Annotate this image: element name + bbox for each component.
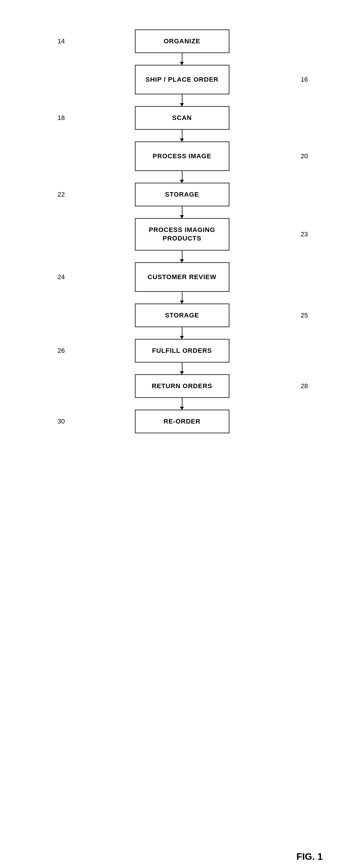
connector-3: [182, 130, 183, 142]
connector-10: [182, 398, 183, 410]
flow-step-14: 14 ORGANIZE: [0, 29, 364, 53]
step-label-14: 14: [58, 37, 65, 45]
box-wrapper-14: 14 ORGANIZE: [0, 29, 364, 53]
box-wrapper-24: 24 CUSTOMER REVIEW: [0, 262, 364, 292]
step-label-26: 26: [58, 347, 65, 354]
box-wrapper-28: RETURN ORDERS 28: [0, 374, 364, 398]
flow-box-26: FULFILL ORDERS: [135, 339, 229, 363]
step-label-25: 25: [301, 312, 308, 319]
step-label-23: 23: [301, 230, 308, 238]
step-label-18: 18: [58, 114, 65, 122]
box-wrapper-16: SHIP / PLACE ORDER 16: [0, 65, 364, 94]
step-label-30: 30: [58, 417, 65, 425]
box-wrapper-18: 18 SCAN: [0, 106, 364, 130]
flow-box-20: PROCESS IMAGE: [135, 142, 229, 171]
flow-step-22: 22 STORAGE: [0, 183, 364, 206]
step-label-24: 24: [58, 273, 65, 281]
connector-7: [182, 292, 183, 304]
connector-8: [182, 327, 183, 339]
box-wrapper-25: STORAGE 25: [0, 304, 364, 327]
connector-2: [182, 94, 183, 106]
box-wrapper-23: PROCESS IMAGING PRODUCTS 23: [0, 218, 364, 250]
box-wrapper-30: 30 RE-ORDER: [0, 410, 364, 433]
flow-box-22: STORAGE: [135, 183, 229, 206]
step-label-20: 20: [301, 152, 308, 160]
connector-5: [182, 206, 183, 218]
connector-9: [182, 363, 183, 374]
flow-step-24: 24 CUSTOMER REVIEW: [0, 262, 364, 292]
diagram-container: 14 ORGANIZE SHIP / PLACE ORDER 16 18 SCA…: [0, 12, 364, 868]
connector-4: [182, 171, 183, 183]
step-label-16: 16: [301, 76, 308, 84]
flow-wrapper: 14 ORGANIZE SHIP / PLACE ORDER 16 18 SCA…: [0, 29, 364, 433]
connector-1: [182, 53, 183, 65]
box-wrapper-26: 26 FULFILL ORDERS: [0, 339, 364, 363]
step-label-22: 22: [58, 191, 65, 198]
flow-step-16: SHIP / PLACE ORDER 16: [0, 65, 364, 94]
flow-step-20: PROCESS IMAGE 20: [0, 142, 364, 171]
flow-box-16: SHIP / PLACE ORDER: [135, 65, 229, 94]
flow-box-30: RE-ORDER: [135, 410, 229, 433]
connector-6: [182, 250, 183, 262]
flow-step-25: STORAGE 25: [0, 304, 364, 327]
step-label-28: 28: [301, 382, 308, 390]
figure-label: FIG. 1: [297, 851, 323, 862]
flow-box-18: SCAN: [135, 106, 229, 130]
box-wrapper-20: PROCESS IMAGE 20: [0, 142, 364, 171]
flow-box-14: ORGANIZE: [135, 29, 229, 53]
flow-box-25: STORAGE: [135, 304, 229, 327]
flow-step-26: 26 FULFILL ORDERS: [0, 339, 364, 363]
flow-step-23: PROCESS IMAGING PRODUCTS 23: [0, 218, 364, 250]
flow-box-28: RETURN ORDERS: [135, 374, 229, 398]
box-wrapper-22: 22 STORAGE: [0, 183, 364, 206]
flow-box-24: CUSTOMER REVIEW: [135, 262, 229, 292]
flow-step-28: RETURN ORDERS 28: [0, 374, 364, 398]
flow-box-23: PROCESS IMAGING PRODUCTS: [135, 218, 229, 250]
flow-step-18: 18 SCAN: [0, 106, 364, 130]
flow-step-30: 30 RE-ORDER: [0, 410, 364, 433]
